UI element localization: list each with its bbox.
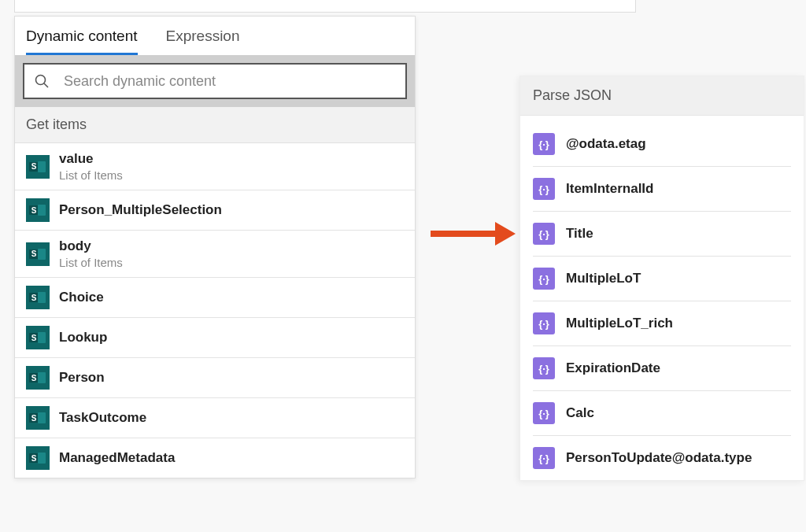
list-item[interactable]: {·} ItemInternalId <box>533 167 791 212</box>
json-brace-icon: {·} <box>533 133 555 155</box>
json-brace-icon: {·} <box>533 268 555 290</box>
panel-header-parse-json: Parse JSON <box>520 76 804 116</box>
item-title: Calc <box>566 405 594 421</box>
json-brace-icon: {·} <box>533 357 555 379</box>
svg-point-0 <box>36 76 46 85</box>
search-input[interactable] <box>64 73 396 90</box>
list-item[interactable]: body List of Items <box>15 231 415 278</box>
svg-marker-3 <box>495 222 516 246</box>
json-brace-icon: {·} <box>533 312 555 334</box>
sharepoint-icon <box>26 446 50 470</box>
list-item[interactable]: {·} MultipleLoT <box>533 257 791 301</box>
item-desc: List of Items <box>59 168 123 182</box>
parse-json-panel: Parse JSON {·} @odata.etag {·} ItemInter… <box>519 76 804 481</box>
list-item[interactable]: value List of Items <box>15 143 415 190</box>
sharepoint-icon <box>26 326 50 349</box>
sharepoint-icon <box>26 366 50 390</box>
sharepoint-icon <box>26 198 50 222</box>
get-items-list: value List of Items Person_MultipleSelec… <box>15 143 415 478</box>
list-item[interactable]: {·} ExpirationDate <box>533 346 791 391</box>
list-item[interactable]: {·} MultipleLoT_rich <box>533 301 791 346</box>
list-item[interactable]: TaskOutcome <box>15 398 415 438</box>
list-item[interactable]: {·} PersonToUpdate@odata.type <box>533 436 791 480</box>
list-item[interactable]: ManagedMetadata <box>15 438 415 478</box>
list-item[interactable]: {·} Calc <box>533 391 791 436</box>
item-title: value <box>59 151 123 167</box>
upper-input-remnant <box>14 0 636 13</box>
sharepoint-icon <box>26 286 50 309</box>
item-desc: List of Items <box>59 256 123 269</box>
item-title: ExpirationDate <box>566 360 660 376</box>
item-title: Person_MultipleSelection <box>59 202 222 218</box>
tabs: Dynamic content Expression <box>15 17 415 55</box>
list-item[interactable]: {·} @odata.etag <box>533 122 791 167</box>
item-title: MultipleLoT <box>566 271 641 286</box>
svg-line-1 <box>44 83 48 87</box>
item-title: ItemInternalId <box>566 181 653 197</box>
dynamic-content-panel: Dynamic content Expression Get items val… <box>14 16 416 478</box>
list-item[interactable]: Choice <box>15 278 415 318</box>
item-title: Person <box>59 370 105 386</box>
json-brace-icon: {·} <box>533 223 555 245</box>
sharepoint-icon <box>26 155 50 179</box>
list-item[interactable]: Person_MultipleSelection <box>15 190 415 231</box>
json-brace-icon: {·} <box>533 447 555 469</box>
item-title: MultipleLoT_rich <box>566 316 673 331</box>
item-title: Choice <box>59 290 104 305</box>
json-brace-icon: {·} <box>533 178 555 200</box>
section-header-get-items: Get items <box>15 107 415 143</box>
item-title: body <box>59 238 123 254</box>
tab-expression[interactable]: Expression <box>166 17 240 55</box>
search-box[interactable] <box>23 63 407 99</box>
list-item[interactable]: {·} Title <box>533 212 791 257</box>
list-item[interactable]: Lookup <box>15 318 415 358</box>
tab-dynamic-content[interactable]: Dynamic content <box>26 17 138 55</box>
sharepoint-icon <box>26 242 50 266</box>
item-title: Title <box>566 226 593 242</box>
item-title: Lookup <box>59 330 107 345</box>
search-icon <box>34 73 50 89</box>
list-item[interactable]: Person <box>15 358 415 398</box>
item-title: PersonToUpdate@odata.type <box>566 450 752 466</box>
item-title: TaskOutcome <box>59 410 146 426</box>
parse-json-list: {·} @odata.etag {·} ItemInternalId {·} T… <box>520 116 804 480</box>
item-title: ManagedMetadata <box>59 450 175 466</box>
json-brace-icon: {·} <box>533 402 555 424</box>
sharepoint-icon <box>26 406 50 430</box>
arrow-icon <box>429 220 516 247</box>
item-title: @odata.etag <box>566 136 646 152</box>
search-zone <box>15 55 415 107</box>
